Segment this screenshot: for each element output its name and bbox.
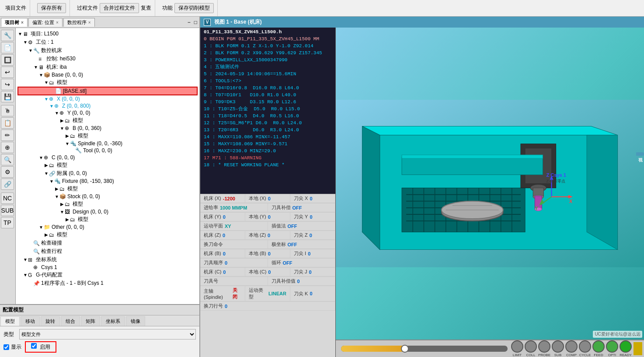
tree-item-model1[interactable]: ▼ 🗂 模型 [17,78,198,87]
tree-item-x000[interactable]: ▼ ⊕ X (0, 0, 0) [17,95,198,102]
tree-item-origin[interactable]: 📌 1程序零点 - 1 - B到 Csys 1 [17,279,198,287]
coll-btn[interactable]: COLL [525,340,537,357]
icon-btn-4[interactable]: ↩ [1,66,14,78]
features-label: 功能 [162,4,173,12]
tree-item-csys1[interactable]: ⊕ Csys 1 [17,264,198,271]
type-select[interactable]: 模型文件 [19,329,196,340]
viewport-column: Z Csys 1 Z 机床零点 X Y 视视 [336,28,644,357]
tab-project-tree[interactable]: 项目树 × [1,18,28,27]
view-tab-right[interactable]: 视视 [636,152,644,156]
nc-line-17: 17 M71 : 588-WARNING [204,154,332,161]
icon-btn-12[interactable]: ⚙ [1,166,14,178]
enable-checkbox[interactable] [31,343,37,349]
tree-item-y000[interactable]: ▼ ⊕ Y (0, 0, 0) [17,109,198,116]
save-all-button[interactable]: 保存所有 [37,3,66,13]
save-trim-button[interactable]: 保存切削模型 [174,3,214,13]
merge-process-button[interactable]: 合并过程文件 [100,3,139,13]
tree-item-model4[interactable]: ▶ 🗂 模型 [17,161,198,169]
config-tab-rotate[interactable]: 旋转 [41,316,60,326]
tab-maximize-button[interactable]: □ [193,19,198,25]
tree-item-model5[interactable]: ▶ 🗂 模型 [17,185,198,193]
status-interp: 插值法 OFF [268,222,336,231]
icon-btn-2[interactable]: 📄 [1,42,14,53]
tree-item-spindle[interactable]: ▼ 🔩 Spindle (0, 0, -360) [17,140,198,147]
tree-item-gcode[interactable]: ▼ G G-代码配置 [17,271,198,279]
status-tool-comp: 刀具补偿 OFF [268,203,336,212]
tree-item-tool[interactable]: 🔧 Tool (0, 0, 0) [17,147,198,154]
tree-item-base-stl[interactable]: 📄 [BASE.stl] [17,87,198,95]
icon-btn-15[interactable]: SUB [1,205,14,216]
tree-item-b[interactable]: ▼ ⊕ B (0, 0, 360) [17,125,198,132]
tab-project-tree-close[interactable]: × [21,20,24,25]
opti-btn[interactable]: OPTI [606,340,618,357]
icon-btn-3[interactable]: 🔲 [1,54,14,66]
comp-btn[interactable]: COMP [565,340,578,357]
config-tab-combine[interactable]: 组合 [61,316,80,326]
tree-item-cnc[interactable]: ▼ 🔧 数控机床 [17,46,198,55]
icon-btn-14[interactable]: NC [1,192,14,204]
icon-btn-5[interactable]: ↪ [1,79,14,90]
icon-btn-9[interactable]: ✏ [1,130,14,141]
show-checkbox[interactable] [3,344,9,350]
tree-item-z[interactable]: ▼ ⊕ Z (0, 0, 800) [17,102,198,109]
sub-btn[interactable]: SUB [552,340,564,357]
status-tool-change-cmd: 换刀命令 [200,240,268,249]
tree-item-model7[interactable]: ▶ 🗂 模型 [17,215,198,224]
tree-item-design[interactable]: ▼ 🖼 Design (0, 0, 0) [17,208,198,215]
tree-item-other[interactable]: ▼ 📁 Other (0, 0, 0) [17,224,198,231]
feed-btn[interactable]: FEED [592,340,605,357]
tab-nc-program[interactable]: 数控程序 × [63,18,95,27]
icon-btn-6[interactable]: 💾 [1,91,14,102]
tree-item-stock[interactable]: ▼ 📦 Stock (0, 0, 0) [17,193,198,200]
icon-btn-1[interactable]: 🔧 [1,30,14,41]
ready-btn[interactable]: READY [620,340,632,357]
icon-btn-13[interactable]: 🔗 [1,178,14,190]
status-tool-change-line: 换刀行号 0 [200,302,335,311]
config-tab-mirror[interactable]: 镜像 [126,316,145,326]
tree-item-model2[interactable]: ▶ 🗂 模型 [17,116,198,125]
icon-btn-11[interactable]: 🔍 [1,154,14,165]
progress-thumb[interactable] [401,345,409,353]
tree-item-fixture[interactable]: ▼ 🔩 Fixture (80, -150, 380) [17,178,198,185]
tree-item-coord[interactable]: ▼ ⊞ 坐标系统 [17,256,198,264]
nc-line-9: 9 : T09=DK3 D3.15 R0.0 L12.6 [204,98,332,105]
tree-item-c[interactable]: ▼ ⊕ C (0, 0, 0) [17,154,198,161]
tree-item-control[interactable]: ≡ 控制: hei530 [17,55,198,63]
status-tip-z: 刀尖 Z 0 [290,231,335,240]
tree-item-model3[interactable]: ▶ 🗂 模型 [17,132,198,140]
limit-btn[interactable]: LIMIT [511,340,523,357]
tab-bias-position-close[interactable]: × [56,20,59,25]
tree-item-base[interactable]: ▼ 📦 Base (0, 0, 0) [17,71,198,78]
icon-btn-10[interactable]: ⊕ [1,142,14,153]
icon-btn-7[interactable]: 🖱 [1,105,14,116]
viewport-3d[interactable]: Z Csys 1 Z 机床零点 X Y 视视 [336,28,644,340]
tree-item-workpiece[interactable]: ▼ ⚙ 工位 : 1 [17,38,198,46]
config-tabs: 模型 移动 旋转 组合 矩阵 坐标系 镜像 [0,315,199,326]
limit-label: LIMIT [513,353,522,357]
enable-button[interactable]: 启用 [25,341,56,353]
tree-item-inspection-process[interactable]: 🔍 检查行程 [17,247,198,256]
tree-item-fixture-parent[interactable]: ▼ 🔗 附属 (0, 0, 0) [17,169,198,178]
probe-btn[interactable]: PROBE [538,340,550,357]
tree-item-model8[interactable]: ▶ 🗂 模型 [17,231,198,239]
tree-item-model6[interactable]: ▶ 🗂 模型 [17,200,198,208]
progress-track[interactable] [341,346,508,352]
status-cycle: 循环 OFF [268,259,336,267]
status-grid: 机床 (X) -1200 本地 (X) 0 刀尖 X 0 [200,194,335,357]
icon-btn-16[interactable]: TP [1,217,14,228]
tree-item-inspection[interactable]: 🔍 检查碰撞 [17,239,198,247]
tab-bias-position[interactable]: 偏置: 位置 × [28,18,63,27]
show-label: 显示 [11,343,21,351]
cycle-btn[interactable]: CYCLE [579,340,591,357]
config-tab-model[interactable]: 模型 [0,316,20,326]
config-tab-matrix[interactable]: 矩阵 [81,316,100,326]
nc-lines[interactable]: 01_P11_335_5X_ZVH45_L1500.h 0 BEGIN PGM … [200,28,335,194]
tree-item-machine[interactable]: ▼ 🖥 机床: iba [17,63,198,71]
tree-item-project[interactable]: ▼ 🖥 项目: L1500 [17,30,198,38]
config-tab-coord[interactable]: 坐标系 [101,316,125,326]
tree-area[interactable]: ▼ 🖥 项目: L1500 ▼ ⚙ 工位 : 1 ▼ 🔧 数控机床 [16,28,199,304]
icon-btn-8[interactable]: 📋 [1,117,14,129]
tab-minimize-button[interactable]: − [186,19,192,25]
tab-nc-program-close[interactable]: × [88,20,91,25]
config-tab-move[interactable]: 移动 [21,316,40,326]
